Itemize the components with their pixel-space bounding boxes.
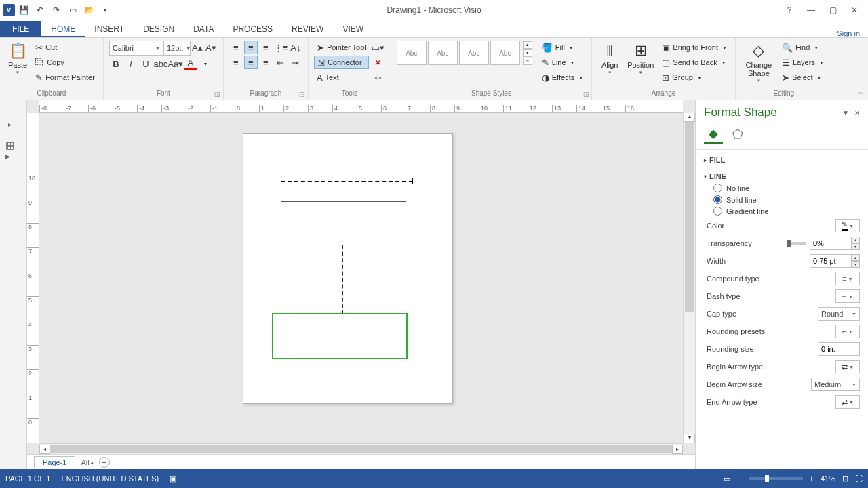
vertical-scroll-thumb[interactable] [685, 122, 694, 312]
rounding-size-input[interactable] [818, 342, 860, 356]
transparency-slider[interactable] [787, 242, 806, 245]
begin-arrow-size-dropdown[interactable]: Medium▼ [811, 378, 860, 391]
scroll-right-button[interactable]: ▸ [672, 445, 683, 454]
pane-options-icon[interactable]: ▼ [842, 109, 849, 117]
collapse-ribbon-icon[interactable]: ︿ [857, 87, 864, 97]
align-button[interactable]: ⫴Align▼ [597, 41, 622, 76]
fill-line-tab-icon[interactable]: ◆ [704, 125, 723, 144]
vertical-scrollbar[interactable]: ▴ ▾ [683, 113, 695, 443]
spin-down-icon[interactable]: ▾ [852, 261, 860, 268]
bring-to-front-button[interactable]: ▣Bring to Front▼ [659, 41, 730, 54]
line-section-header[interactable]: ▾LINE [704, 170, 865, 182]
tab-view[interactable]: VIEW [333, 21, 373, 37]
horizontal-scrollbar[interactable]: ◂ ▸ [39, 443, 683, 454]
expand-gallery-icon[interactable]: ≡ [523, 58, 532, 65]
help-icon[interactable]: ? [781, 2, 797, 18]
fill-section-header[interactable]: ▸FILL [704, 154, 865, 166]
expand-shapes-icon[interactable]: ▸ [8, 121, 12, 128]
tab-review[interactable]: REVIEW [282, 21, 333, 37]
dash-type-dropdown[interactable]: ┄▼ [835, 289, 860, 303]
qat-customize-icon[interactable]: ▼ [98, 3, 113, 18]
rounding-presets-dropdown[interactable]: ⌐▼ [835, 325, 860, 338]
scroll-down-icon[interactable]: ▾ [523, 49, 532, 57]
connector-tool-button[interactable]: ⇲Connector [314, 56, 369, 69]
line-button[interactable]: ✎Line▼ [539, 56, 586, 69]
tab-data[interactable]: DATA [184, 21, 223, 37]
macro-record-icon[interactable]: ▣ [170, 474, 176, 483]
page-indicator[interactable]: PAGE 1 OF 1 [5, 474, 50, 483]
undo-icon[interactable]: ↶ [33, 3, 47, 18]
add-page-button[interactable]: + [99, 457, 110, 468]
rectangle-shape-1[interactable] [281, 201, 406, 245]
underline-button[interactable]: U [139, 57, 153, 70]
tab-home[interactable]: HOME [41, 21, 85, 37]
new-icon[interactable]: ▭ [65, 3, 80, 18]
pointer-tool-button[interactable]: ➤Pointer Tool [314, 41, 369, 54]
font-color-button[interactable]: A [184, 57, 197, 70]
font-color-dropdown[interactable]: ▼ [199, 57, 212, 70]
text-direction-button[interactable]: A↕ [289, 41, 302, 54]
page-tab-all[interactable]: All▴ [81, 458, 93, 466]
redo-icon[interactable]: ↷ [49, 3, 64, 18]
close-pane-icon[interactable]: ✕ [854, 109, 860, 117]
tab-insert[interactable]: INSERT [85, 21, 134, 37]
shape-style-1[interactable]: Abc [397, 41, 427, 65]
font-name-combo[interactable]: Calibri▼ [109, 41, 163, 56]
effects-button[interactable]: ◑Effects▼ [539, 70, 586, 84]
minimize-icon[interactable]: — [803, 2, 819, 18]
layers-button[interactable]: ☰Layers▼ [779, 56, 827, 69]
cap-type-dropdown[interactable]: Round▼ [818, 307, 860, 321]
spin-up-icon[interactable]: ▴ [852, 254, 860, 261]
increase-font-icon[interactable]: A▴ [191, 41, 204, 54]
transparency-input[interactable] [810, 237, 852, 250]
full-screen-icon[interactable]: ⛶ [855, 474, 863, 483]
line-color-picker[interactable]: ✎▼ [835, 219, 860, 232]
cut-button[interactable]: ✂Cut [33, 41, 98, 54]
dashed-line-shape[interactable] [281, 181, 413, 182]
spin-up-icon[interactable]: ▴ [852, 237, 860, 243]
drawing-canvas[interactable]: + [39, 113, 683, 443]
no-line-radio[interactable]: No line [704, 182, 865, 194]
begin-arrow-type-dropdown[interactable]: ⇄▼ [835, 360, 860, 373]
sign-in-link[interactable]: Sign in [837, 29, 868, 37]
italic-button[interactable]: I [124, 57, 138, 70]
line-end-handle[interactable] [412, 178, 413, 184]
position-button[interactable]: ⊞Position▼ [625, 41, 656, 76]
paste-button[interactable]: 📋 Paste ▼ [5, 41, 30, 76]
font-dialog-launcher[interactable]: ◲ [214, 90, 222, 98]
select-button[interactable]: ➤Select▼ [779, 70, 827, 84]
align-left-button[interactable]: ≡ [229, 56, 243, 69]
bullets-button[interactable]: ⋮≡ [274, 41, 288, 54]
connector-line[interactable] [342, 245, 343, 314]
open-icon[interactable]: 📂 [81, 3, 96, 18]
gradient-line-radio[interactable]: Gradient line [704, 205, 865, 217]
tab-process[interactable]: PROCESS [223, 21, 282, 37]
fill-button[interactable]: 🪣Fill▼ [539, 41, 586, 54]
strikethrough-button[interactable]: abc [154, 57, 167, 70]
horizontal-scroll-thumb[interactable] [50, 445, 672, 453]
page-tab-1[interactable]: Page-1 [34, 456, 75, 468]
paragraph-dialog-launcher[interactable]: ◲ [298, 90, 307, 98]
decrease-font-icon[interactable]: A▾ [204, 41, 218, 54]
effects-tab-icon[interactable]: ⬠ [728, 125, 747, 144]
shape-styles-dialog-launcher[interactable]: ◲ [582, 90, 590, 98]
align-bottom-button[interactable]: ≡ [259, 41, 273, 54]
compound-type-dropdown[interactable]: ≡▼ [835, 272, 860, 285]
shape-style-3[interactable]: Abc [459, 41, 489, 65]
copy-button[interactable]: ⿻Copy [33, 56, 98, 69]
zoom-out-button[interactable]: − [737, 474, 741, 483]
align-center-button[interactable]: ≡ [244, 56, 258, 69]
scroll-up-icon[interactable]: ▴ [523, 41, 532, 49]
group-button[interactable]: ⊡Group▼ [659, 70, 730, 84]
save-icon[interactable]: 💾 [16, 3, 31, 18]
increase-indent-button[interactable]: ⇥ [289, 56, 302, 69]
shapes-stencil-icon[interactable]: ▦▸ [5, 140, 14, 161]
end-arrow-type-dropdown[interactable]: ⇄▼ [835, 395, 860, 409]
shape-style-2[interactable]: Abc [428, 41, 458, 65]
align-middle-button[interactable]: ≡ [244, 41, 258, 54]
zoom-slider[interactable] [749, 477, 803, 480]
shape-style-4[interactable]: Abc [490, 41, 520, 65]
text-tool-button[interactable]: AText [314, 70, 369, 84]
connection-point-button[interactable]: ⊹ [372, 70, 385, 84]
maximize-icon[interactable]: ▢ [825, 2, 841, 18]
